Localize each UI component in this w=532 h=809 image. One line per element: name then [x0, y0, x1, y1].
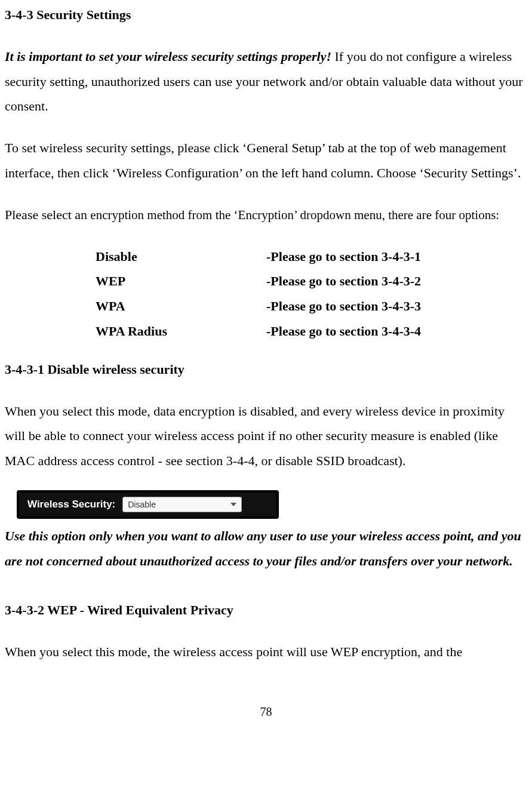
option-reference: -Please go to section 3-4-3-3 [266, 294, 421, 319]
wireless-security-label: Wireless Security: [27, 495, 115, 514]
option-reference: -Please go to section 3-4-3-4 [266, 319, 421, 344]
option-row: WPA Radius -Please go to section 3-4-3-4 [96, 319, 527, 344]
select-instruction-paragraph: Please select an encryption method from … [5, 202, 527, 227]
chevron-down-icon [228, 499, 239, 510]
option-row: Disable -Please go to section 3-4-3-1 [96, 244, 527, 269]
wireless-security-widget: Wireless Security: Disable [17, 490, 527, 519]
option-name: Disable [96, 244, 266, 269]
section-heading: 3-4-3 Security Settings [5, 2, 527, 27]
wireless-security-select[interactable]: Disable [122, 497, 242, 512]
instructions-paragraph: To set wireless security settings, pleas… [5, 136, 527, 186]
option-row: WEP -Please go to section 3-4-3-2 [96, 269, 527, 294]
option-name: WPA [96, 294, 266, 319]
subsection-3431-heading: 3-4-3-1 Disable wireless security [5, 357, 527, 382]
wireless-security-panel: Wireless Security: Disable [17, 490, 279, 519]
option-reference: -Please go to section 3-4-3-2 [266, 269, 421, 294]
intro-emphasis: It is important to set your wireless sec… [5, 49, 331, 64]
p3-part-a: Please select an [5, 207, 87, 222]
encryption-options-list: Disable -Please go to section 3-4-3-1 WE… [5, 244, 527, 344]
subsection-3431-paragraph: When you select this mode, data encrypti… [5, 399, 527, 473]
subsection-3432-heading: 3-4-3-2 WEP - Wired Equivalent Privacy [5, 598, 527, 623]
subsection-3431-warning: Use this option only when you want to al… [5, 524, 527, 574]
p3-part-b: encryption method from the ‘Encryption’ … [87, 208, 499, 222]
page-number: 78 [5, 700, 527, 723]
wireless-security-select-value: Disable [128, 497, 156, 513]
subsection-3432-paragraph: When you select this mode, the wireless … [5, 639, 527, 665]
option-name: WPA Radius [96, 319, 266, 344]
intro-paragraph: It is important to set your wireless sec… [5, 44, 527, 119]
option-reference: -Please go to section 3-4-3-1 [266, 244, 421, 269]
option-name: WEP [96, 269, 266, 294]
option-row: WPA -Please go to section 3-4-3-3 [96, 294, 527, 319]
